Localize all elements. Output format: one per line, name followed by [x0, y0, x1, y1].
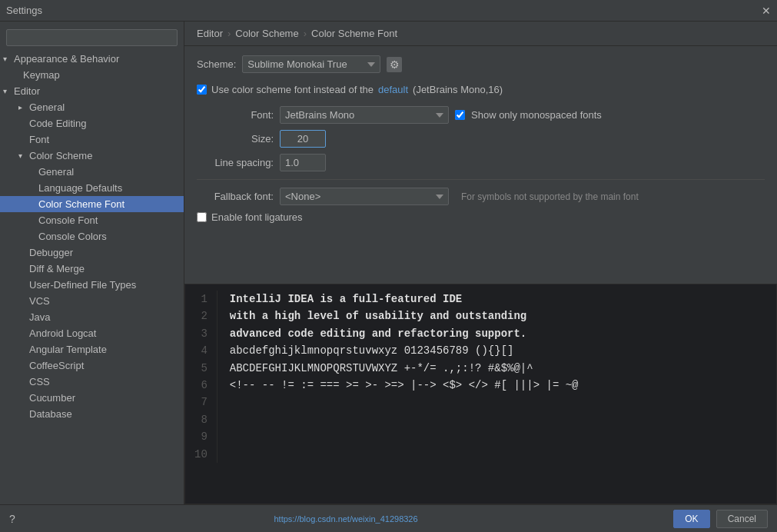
scheme-label: Scheme:	[197, 58, 236, 70]
sidebar-item-android-logcat[interactable]: Android Logcat	[0, 325, 184, 341]
sidebar-label-general: General	[29, 101, 65, 113]
code-line: abcdefghijklmnopqrstuvwxyz 0123456789 ()…	[230, 342, 579, 359]
close-icon[interactable]: ✕	[762, 5, 771, 17]
line-spacing-input[interactable]	[280, 154, 326, 171]
sidebar-label-database: Database	[29, 408, 72, 420]
line-spacing-label: Line spacing:	[197, 157, 274, 168]
size-input[interactable]	[280, 130, 326, 148]
sidebar-label-css: CSS	[29, 376, 50, 387]
sidebar-label-font: Font	[29, 134, 49, 145]
line-number: 2	[194, 308, 208, 324]
sidebar-item-database[interactable]: Database	[0, 406, 184, 422]
sidebar-item-cs-general[interactable]: General	[0, 164, 184, 180]
sidebar-item-coffeescript[interactable]: CoffeeScript	[0, 357, 184, 374]
line-number: 6	[194, 377, 208, 394]
breadcrumb-sep2: ›	[304, 28, 307, 39]
sidebar-item-editor[interactable]: ▾Editor	[0, 83, 184, 99]
sidebar-item-angular-template[interactable]: Angular Template	[0, 341, 184, 357]
sidebar-item-debugger[interactable]: Debugger	[0, 244, 184, 261]
breadcrumb-sep1: ›	[227, 28, 231, 39]
code-line: <!-- -- != := === >= >- >=> |--> <$> </>…	[230, 377, 579, 394]
sidebar-label-cs-font: Color Scheme Font	[38, 198, 125, 210]
breadcrumb: Editor › Color Scheme › Color Scheme Fon…	[184, 22, 777, 46]
breadcrumb-cs-font: Color Scheme Font	[311, 28, 397, 39]
gear-icon[interactable]: ⚙	[387, 57, 402, 72]
default-font-hint: (JetBrains Mono,16)	[413, 84, 503, 95]
sidebar-label-cs-console-font: Console Font	[38, 214, 98, 226]
search-input[interactable]	[6, 29, 178, 46]
sidebar-item-java[interactable]: Java	[0, 309, 184, 325]
sidebar-item-cs-console-font[interactable]: Console Font	[0, 212, 184, 228]
sidebar-item-cs-lang-defaults[interactable]: Language Defaults	[0, 180, 184, 196]
line-number: 5	[194, 360, 208, 377]
sidebar-label-cs-console-colors: Console Colors	[38, 231, 107, 242]
sidebar-label-angular-template: Angular Template	[29, 344, 107, 355]
sidebar-item-appearance-behavior[interactable]: ▾Appearance & Behavior	[0, 51, 184, 67]
line-number: 10	[194, 446, 208, 463]
sidebar-item-keymap[interactable]: Keymap	[0, 67, 184, 83]
ligatures-checkbox[interactable]	[197, 212, 207, 222]
sidebar-item-cs-console-colors[interactable]: Console Colors	[0, 228, 184, 244]
sidebar-item-code-editing[interactable]: Code Editing	[0, 115, 184, 131]
sidebar-label-code-editing: Code Editing	[29, 118, 86, 129]
code-line: with a high level of usability and outst…	[230, 308, 579, 324]
line-number: 8	[194, 411, 208, 428]
line-number: 4	[194, 342, 208, 359]
fallback-hint: For symbols not supported by the main fo…	[461, 191, 639, 202]
sidebar-label-cucumber: Cucumber	[29, 392, 75, 404]
sidebar-item-font[interactable]: Font	[0, 131, 184, 148]
ok-button[interactable]: OK	[673, 510, 709, 528]
url-hint: https://blog.csdn.net/weixin_41298326	[274, 514, 417, 524]
sidebar-item-diff-merge[interactable]: Diff & Merge	[0, 261, 184, 277]
use-color-scheme-font-checkbox[interactable]	[197, 85, 207, 95]
sidebar-label-cs-general: General	[38, 166, 74, 178]
sidebar-item-user-defined[interactable]: User-Defined File Types	[0, 277, 184, 293]
line-number: 9	[194, 428, 208, 445]
expand-arrow: ▾	[3, 55, 11, 63]
font-label: Font:	[197, 109, 274, 121]
divider	[197, 179, 765, 180]
scheme-select[interactable]: Sublime Monokai True	[242, 55, 380, 73]
sidebar-item-cucumber[interactable]: Cucumber	[0, 390, 184, 406]
dialog-title: Settings	[6, 5, 762, 16]
sidebar-label-android-logcat: Android Logcat	[29, 328, 96, 339]
code-line: advanced code editing and refactoring su…	[230, 325, 579, 342]
sidebar-item-vcs[interactable]: VCS	[0, 293, 184, 309]
sidebar-label-vcs: VCS	[29, 295, 50, 307]
sidebar-item-general[interactable]: ▸General	[0, 99, 184, 115]
sidebar-label-cs-lang-defaults: Language Defaults	[38, 182, 122, 194]
content-panel: Editor › Color Scheme › Color Scheme Fon…	[184, 22, 777, 504]
sidebar-label-java: Java	[29, 311, 50, 323]
line-number: 1	[194, 291, 208, 308]
ligatures-label: Enable font ligatures	[211, 211, 303, 223]
bottom-bar: ? https://blog.csdn.net/weixin_41298326 …	[0, 504, 777, 532]
code-line: IntelliJ IDEA is a full-featured IDE	[230, 291, 579, 308]
sidebar-label-user-defined: User-Defined File Types	[29, 279, 136, 291]
default-link[interactable]: default	[378, 84, 408, 95]
show-monospaced-label: Show only monospaced fonts	[471, 109, 602, 121]
cancel-button[interactable]: Cancel	[716, 510, 768, 528]
preview-area: 12345678910 IntelliJ IDEA is a full-feat…	[184, 284, 777, 504]
line-number: 3	[194, 325, 208, 342]
line-numbers: 12345678910	[185, 291, 217, 463]
sidebar-item-color-scheme[interactable]: ▾Color Scheme	[0, 148, 184, 164]
breadcrumb-color-scheme: Color Scheme	[235, 28, 298, 39]
sidebar-label-coffeescript: CoffeeScript	[29, 360, 84, 371]
help-icon[interactable]: ?	[9, 513, 15, 525]
fallback-font-select[interactable]: <None>	[280, 188, 449, 205]
sidebar-label-color-scheme: Color Scheme	[29, 150, 92, 161]
size-label: Size:	[197, 133, 274, 145]
show-monospaced-checkbox[interactable]	[455, 110, 465, 120]
settings-panel: Scheme: Sublime Monokai True ⚙ Use color…	[184, 46, 777, 284]
sidebar-label-diff-merge: Diff & Merge	[29, 263, 85, 274]
sidebar-item-cs-font[interactable]: Color Scheme Font	[0, 196, 184, 212]
breadcrumb-editor: Editor	[197, 28, 223, 39]
code-line: ABCDEFGHIJKLMNOPQRSTUVWXYZ +-*/= .,;:!? …	[230, 360, 579, 377]
font-select[interactable]: JetBrains Mono	[280, 106, 449, 124]
code-lines: IntelliJ IDEA is a full-featured IDEwith…	[217, 291, 591, 463]
expand-arrow: ▸	[18, 103, 26, 111]
sidebar-label-keymap: Keymap	[23, 69, 60, 81]
sidebar-item-css[interactable]: CSS	[0, 374, 184, 390]
sidebar-label-editor: Editor	[14, 85, 40, 97]
sidebar-label-appearance-behavior: Appearance & Behavior	[14, 53, 119, 65]
